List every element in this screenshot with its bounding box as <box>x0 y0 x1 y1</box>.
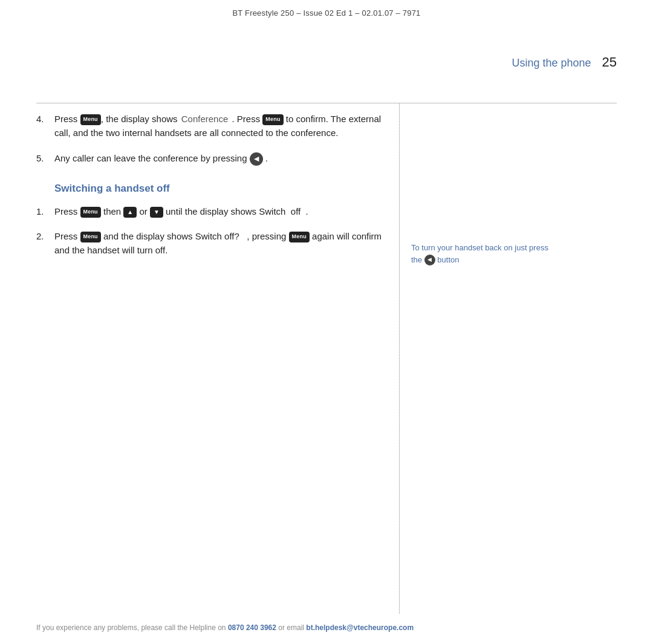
step-s2-1: 1. Press Menu then ▲ or ▼ until the disp… <box>36 204 399 218</box>
step-4-number: 4. <box>36 112 54 126</box>
horizontal-divider <box>36 103 617 103</box>
menu-button-icon-4: Menu <box>80 232 101 242</box>
footer-prefix: If you experience any problems, please c… <box>36 623 226 632</box>
end-call-icon: ◀ <box>250 152 263 166</box>
footer-middle: or email <box>278 623 304 632</box>
sidebar-note-line2: the <box>411 255 422 264</box>
down-arrow-icon: ▼ <box>150 207 163 218</box>
menu-button-icon-5: Menu <box>289 232 310 242</box>
page-header: BT Freestyle 250 – Issue 02 Ed 1 – 02.01… <box>0 0 653 24</box>
page-number: 25 <box>602 54 617 70</box>
section-title: Using the phone <box>512 57 591 70</box>
step-s2-1-number: 1. <box>36 204 54 218</box>
top-right-header: Using the phone 25 <box>512 54 617 70</box>
up-arrow-icon: ▲ <box>123 207 137 218</box>
footer: If you experience any problems, please c… <box>36 623 617 632</box>
sidebar-note-line1: To turn your handset back on just press <box>411 243 548 252</box>
step-s2-1-content: Press Menu then ▲ or ▼ until the display… <box>54 204 399 218</box>
sidebar-note-line3: button <box>437 255 459 264</box>
sidebar-note: To turn your handset back on just press … <box>411 242 617 265</box>
footer-email: bt.helpdesk@vtecheurope.com <box>306 623 414 632</box>
menu-button-icon: Menu <box>80 114 101 125</box>
header-title: BT Freestyle 250 – Issue 02 Ed 1 – 02.01… <box>232 8 420 18</box>
step-5: 5. Any caller can leave the conference b… <box>36 151 399 166</box>
step-s2-2-number: 2. <box>36 229 54 243</box>
step-5-number: 5. <box>36 151 54 165</box>
menu-button-icon-3: Menu <box>80 207 101 218</box>
step-s2-2-content: Press Menu and the display shows Switch … <box>54 229 399 258</box>
footer-phone: 0870 240 3962 <box>228 623 276 632</box>
step-4: 4. Press Menu, the display shows Confere… <box>36 112 399 140</box>
step-5-content: Any caller can leave the conference by p… <box>54 151 399 166</box>
step-4-content: Press Menu, the display shows Conference… <box>54 112 399 140</box>
menu-button-icon-2: Menu <box>262 114 283 125</box>
step-s2-2: 2. Press Menu and the display shows Swit… <box>36 229 399 258</box>
main-content: 4. Press Menu, the display shows Confere… <box>36 112 411 268</box>
section-heading-switching: Switching a handset off <box>54 183 399 195</box>
phone-button-icon: ◀ <box>424 255 435 265</box>
